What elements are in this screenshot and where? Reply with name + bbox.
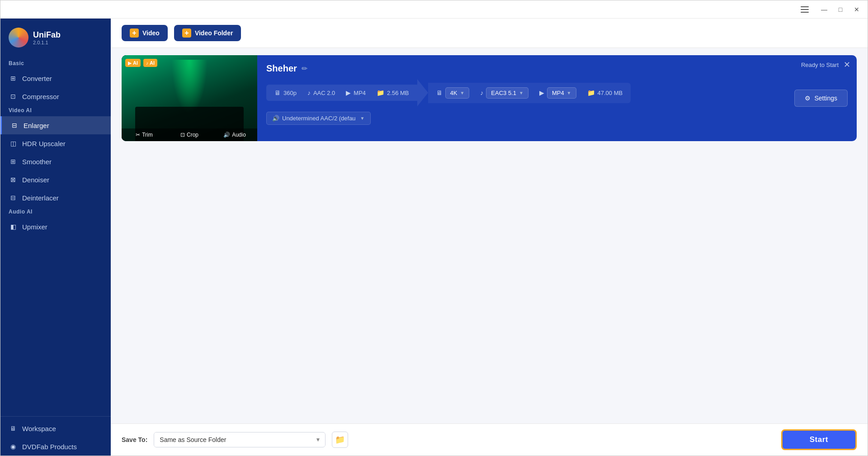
sidebar-item-denoiser[interactable]: ⊠ Denoiser	[0, 171, 111, 189]
sidebar-item-dvdfab[interactable]: ◉ DVDFab Products	[0, 437, 111, 456]
sidebar-item-label: Workspace	[22, 425, 56, 432]
video-info: Sheher ✏ 🖥 360p	[257, 55, 785, 141]
trim-icon: ✂	[136, 132, 140, 138]
meta-row: 🖥 360p ♪ AAC 2.0	[266, 79, 776, 106]
sidebar-item-label: Compressor	[22, 93, 59, 100]
hamburger-menu-button[interactable]	[801, 5, 813, 14]
video-card: ▶ AI ♪ AI ✂ Trim	[122, 55, 857, 141]
source-size: 2.56 MB	[387, 90, 409, 96]
start-button[interactable]: Start	[781, 429, 857, 450]
dest-format-icon: ▶	[539, 89, 544, 96]
bottom-bar: Save To: Same as Source Folder ▼ 📁 Start	[111, 423, 868, 456]
sidebar-item-upmixer[interactable]: ◧ Upmixer	[0, 218, 111, 236]
app-version: 2.0.1.1	[33, 40, 61, 45]
compressor-icon: ⊡	[9, 92, 18, 101]
sidebar-item-smoother[interactable]: ⊞ Smoother	[0, 152, 111, 171]
audio-track-row: 🔊 Undetermined AAC/2 (defau ▼	[266, 112, 776, 125]
plus-folder-icon: +	[182, 28, 191, 38]
converter-icon: ⊞	[9, 74, 18, 83]
browse-folder-button[interactable]: 📁	[332, 432, 348, 448]
dest-audio-icon: ♪	[480, 89, 483, 96]
destination-meta: 🖥 4K ▼ ♪	[428, 83, 631, 103]
chevron-down-icon: ▼	[460, 90, 464, 95]
minimize-button[interactable]: —	[818, 3, 830, 16]
settings-icon: ⚙	[805, 95, 811, 102]
dest-size: 47.00 MB	[598, 90, 623, 96]
smoother-icon: ⊞	[9, 157, 18, 166]
dest-audio-codec: EAC3 5.1	[491, 90, 516, 96]
resolution-icon: 🖥	[274, 89, 281, 96]
sidebar-item-label: Smoother	[22, 158, 52, 166]
folder-icon: 📁	[335, 435, 345, 445]
enlarger-icon: ⊟	[10, 121, 19, 130]
app-name: UniFab	[33, 30, 61, 40]
section-audioai-label: Audio AI	[0, 207, 111, 218]
ready-status: Ready to Start	[801, 62, 839, 68]
dest-format: MP4	[552, 90, 564, 96]
audio-format-selector[interactable]: EAC3 5.1 ▼	[486, 87, 528, 99]
edit-title-icon[interactable]: ✏	[302, 64, 307, 73]
audio-ai-badge: ♪ AI	[143, 59, 157, 67]
plus-icon: +	[130, 28, 139, 38]
sidebar-item-label: Deinterlacer	[22, 194, 59, 202]
deinterlacer-icon: ⊟	[9, 193, 18, 202]
chevron-down-icon: ▼	[311, 433, 325, 446]
dest-resolution-icon: 🖥	[436, 89, 443, 96]
dest-resolution: 4K	[450, 90, 458, 96]
source-audio-codec: AAC 2.0	[313, 90, 335, 96]
chevron-down-icon: ▼	[519, 90, 524, 95]
titlebar: — □ ✕	[0, 0, 868, 19]
denoiser-icon: ⊠	[9, 175, 18, 184]
format-selector[interactable]: MP4 ▼	[547, 87, 576, 99]
save-to-dropdown[interactable]: Same as Source Folder	[154, 432, 311, 447]
save-to-label: Save To:	[122, 436, 147, 443]
format-icon: ▶	[346, 89, 351, 96]
video-ai-badge: ▶ AI	[125, 59, 141, 67]
section-videoai-label: Video AI	[0, 105, 111, 116]
video-title: Sheher	[266, 63, 297, 74]
save-to-select[interactable]: Same as Source Folder ▼	[154, 432, 326, 447]
audio-track-selector[interactable]: 🔊 Undetermined AAC/2 (defau ▼	[266, 112, 371, 125]
video-list: ▶ AI ♪ AI ✂ Trim	[111, 48, 868, 423]
sidebar-item-hdr-upscaler[interactable]: ◫ HDR Upscaler	[0, 134, 111, 152]
maximize-button[interactable]: □	[834, 3, 847, 16]
audio-codec-icon: ♪	[307, 89, 311, 96]
trim-button[interactable]: ✂ Trim	[122, 128, 167, 141]
chevron-down-icon: ▼	[567, 90, 571, 95]
audio-track-icon: 🔊	[272, 115, 279, 122]
video-thumbnail: ▶ AI ♪ AI ✂ Trim	[122, 55, 257, 141]
add-video-folder-button[interactable]: + Video Folder	[174, 25, 241, 41]
crop-button[interactable]: ⊡ Crop	[167, 128, 212, 141]
card-close-button[interactable]: ✕	[844, 60, 850, 70]
hdr-upscaler-icon: ◫	[9, 139, 18, 148]
sidebar-item-label: Upmixer	[22, 223, 47, 231]
sidebar-item-enlarger[interactable]: ⊟ Enlarger	[0, 116, 111, 134]
sidebar-item-compressor[interactable]: ⊡ Compressor	[0, 87, 111, 105]
source-format: MP4	[354, 90, 366, 96]
sidebar-item-deinterlacer[interactable]: ⊟ Deinterlacer	[0, 189, 111, 207]
sidebar-item-label: DVDFab Products	[22, 443, 77, 451]
window-controls: — □ ✕	[818, 3, 863, 16]
sidebar-item-converter[interactable]: ⊞ Converter	[0, 69, 111, 87]
audio-track-label: Undetermined AAC/2 (defau	[282, 115, 356, 122]
settings-button[interactable]: ⚙ Settings	[794, 90, 848, 107]
add-video-button[interactable]: + Video	[122, 25, 168, 41]
main-content: + Video + Video Folder	[111, 19, 868, 456]
sidebar-item-workspace[interactable]: 🖥 Workspace	[0, 419, 111, 437]
audio-chevron-icon: ▼	[360, 116, 365, 121]
logo-icon	[9, 28, 28, 48]
crop-icon: ⊡	[180, 132, 185, 138]
workspace-icon: 🖥	[9, 424, 18, 433]
source-resolution: 360p	[283, 90, 297, 96]
audio-button[interactable]: 🔊 Audio	[212, 128, 257, 141]
sidebar-item-label: HDR Upscaler	[22, 140, 66, 147]
sidebar-item-label: Converter	[22, 75, 52, 82]
toolbar: + Video + Video Folder	[111, 19, 868, 48]
sidebar: UniFab 2.0.1.1 Basic ⊞ Converter ⊡ Compr…	[0, 19, 111, 456]
dvdfab-icon: ◉	[9, 442, 18, 451]
resolution-selector[interactable]: 4K ▼	[445, 87, 470, 99]
audio-icon: 🔊	[223, 132, 230, 138]
section-basic-label: Basic	[0, 58, 111, 69]
close-button[interactable]: ✕	[850, 3, 863, 16]
app-logo: UniFab 2.0.1.1	[0, 19, 111, 58]
